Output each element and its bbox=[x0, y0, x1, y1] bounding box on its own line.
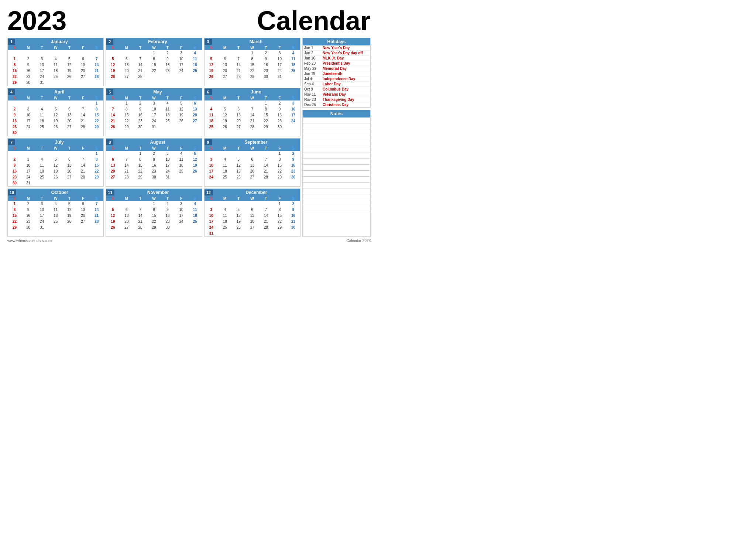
day-cell bbox=[273, 231, 286, 236]
day-cell: 8 bbox=[90, 106, 103, 112]
day-cell bbox=[106, 180, 120, 186]
day-cell bbox=[120, 201, 133, 207]
day-cell: 23 bbox=[21, 74, 35, 80]
day-cell: 6 bbox=[120, 56, 133, 62]
day-cell bbox=[76, 50, 90, 56]
day-cell: 3 bbox=[35, 56, 49, 62]
day-cell: 7 bbox=[90, 56, 103, 62]
day-cell: 3 bbox=[205, 157, 218, 163]
day-cell: 14 bbox=[259, 163, 273, 168]
day-cell: 17 bbox=[147, 112, 161, 118]
day-cell: 1 bbox=[8, 201, 21, 207]
day-cell: 24 bbox=[21, 174, 35, 180]
holiday-name: Juneteenth bbox=[323, 72, 369, 76]
day-cell bbox=[62, 80, 76, 86]
day-cell: 23 bbox=[147, 168, 161, 174]
day-cell: 14 bbox=[133, 62, 147, 68]
day-cell bbox=[188, 225, 202, 231]
day-cell bbox=[286, 80, 300, 86]
day-cell bbox=[90, 130, 103, 136]
day-cell: 24 bbox=[205, 174, 218, 180]
day-cell: 19 bbox=[218, 118, 232, 124]
day-cell: 29 bbox=[259, 124, 273, 130]
day-cell: 25 bbox=[175, 168, 188, 174]
day-cell: 9 bbox=[133, 106, 147, 112]
day-cell: 4 bbox=[35, 157, 49, 163]
holiday-name: Christmas Day bbox=[323, 103, 369, 107]
month-8: 8AugustSMTWTFS12345678910111213141516171… bbox=[106, 138, 202, 187]
day-cell: 22 bbox=[8, 219, 21, 225]
day-cell: 5 bbox=[106, 56, 120, 62]
day-cell bbox=[273, 80, 286, 86]
day-cell: 1 bbox=[133, 151, 147, 157]
day-cell bbox=[232, 180, 245, 186]
day-cell: 24 bbox=[35, 74, 49, 80]
month-num-10: 10 bbox=[8, 190, 16, 195]
day-cell bbox=[8, 231, 21, 236]
day-header-label: S bbox=[8, 45, 21, 50]
month-name-11: November bbox=[114, 190, 202, 195]
day-cell bbox=[188, 180, 202, 186]
day-header-label: W bbox=[49, 45, 62, 50]
day-cell: 27 bbox=[188, 118, 202, 124]
holiday-row: Feb 20President's Day bbox=[303, 61, 370, 66]
day-cell bbox=[232, 100, 245, 106]
day-cell bbox=[188, 124, 202, 130]
day-cell: 26 bbox=[205, 74, 218, 80]
day-cell: 22 bbox=[273, 168, 286, 174]
day-header-label: S bbox=[90, 96, 103, 100]
day-cell bbox=[188, 130, 202, 136]
day-cell bbox=[175, 80, 188, 86]
day-cell: 30 bbox=[8, 180, 21, 186]
day-header-label: F bbox=[175, 96, 188, 100]
day-header-label: S bbox=[286, 146, 300, 151]
day-cell bbox=[175, 225, 188, 231]
note-line bbox=[303, 171, 370, 177]
note-line bbox=[303, 153, 370, 159]
day-cell: 25 bbox=[49, 219, 62, 225]
calendar-title: Calendar bbox=[257, 7, 371, 34]
day-cell bbox=[161, 74, 175, 80]
day-header-label: F bbox=[273, 146, 286, 151]
holiday-row: Sep 4Labor Day bbox=[303, 82, 370, 87]
day-cell bbox=[49, 50, 62, 56]
day-cell: 19 bbox=[62, 213, 76, 219]
day-cell: 26 bbox=[218, 124, 232, 130]
day-cell bbox=[232, 130, 245, 136]
day-cell bbox=[49, 130, 62, 136]
day-cell: 1 bbox=[273, 151, 286, 157]
day-cell: 17 bbox=[21, 118, 35, 124]
day-cell bbox=[175, 231, 188, 236]
day-header-label: M bbox=[21, 196, 35, 201]
day-cell bbox=[21, 100, 35, 106]
day-cell bbox=[106, 201, 120, 207]
day-cell: 24 bbox=[21, 124, 35, 130]
holiday-date: Sep 4 bbox=[304, 82, 323, 86]
day-header-label: S bbox=[188, 96, 202, 100]
day-cell: 7 bbox=[106, 106, 120, 112]
day-cell: 25 bbox=[218, 174, 232, 180]
day-cell: 4 bbox=[218, 157, 232, 163]
day-cell: 27 bbox=[76, 74, 90, 80]
day-cell: 24 bbox=[273, 68, 286, 74]
day-cell: 1 bbox=[90, 100, 103, 106]
day-cell bbox=[106, 80, 120, 86]
day-cell: 7 bbox=[76, 157, 90, 163]
day-header-label: F bbox=[76, 45, 90, 50]
holidays-block: HolidaysJan 1New Year's DayJan 2New Year… bbox=[302, 38, 371, 108]
day-cell bbox=[259, 201, 273, 207]
day-cell bbox=[161, 124, 175, 130]
month-9: 9SeptemberSMTWTFS12345678910111213141516… bbox=[204, 138, 300, 187]
day-cell: 25 bbox=[161, 118, 175, 124]
day-cell: 29 bbox=[245, 74, 259, 80]
holiday-name: Memorial Day bbox=[323, 67, 369, 71]
month-name-12: December bbox=[213, 190, 300, 195]
day-cell: 11 bbox=[35, 163, 49, 168]
month-num-1: 1 bbox=[8, 39, 15, 45]
day-cell: 28 bbox=[120, 174, 133, 180]
day-cell: 21 bbox=[76, 118, 90, 124]
day-cell: 21 bbox=[133, 68, 147, 74]
day-header-label: W bbox=[245, 146, 259, 151]
day-cell bbox=[205, 201, 218, 207]
day-cell bbox=[161, 231, 175, 236]
